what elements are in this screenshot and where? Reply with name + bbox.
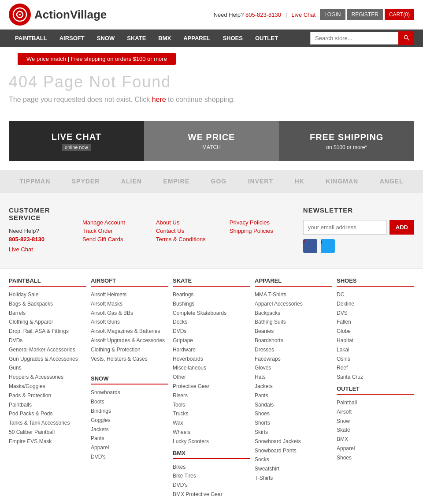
cat-link[interactable]: Boots <box>91 398 168 406</box>
cat-link[interactable]: Apparel <box>91 444 168 452</box>
cat-link[interactable]: Boardshorts <box>255 337 332 344</box>
cat-link[interactable]: Other <box>173 373 250 381</box>
cat-link[interactable]: Empire EVS Mask <box>9 438 86 445</box>
cat-link[interactable]: Dekline <box>337 300 414 308</box>
cat-link[interactable]: Airsoft Guns <box>91 318 168 326</box>
cat-link[interactable]: Wheels <box>173 429 250 436</box>
cat-link[interactable]: Bushings <box>173 300 250 308</box>
cat-link[interactable]: Pants <box>91 435 168 442</box>
cat-link[interactable]: Snowboards <box>91 389 168 396</box>
cat-link[interactable]: Goggles <box>91 417 168 424</box>
facebook-icon[interactable]: f <box>303 239 317 253</box>
nav-shoes[interactable]: SHOES <box>216 30 249 47</box>
nav-airsoft[interactable]: AIRSOFT <box>53 30 91 47</box>
cat-link[interactable]: Snow <box>337 418 414 425</box>
register-button[interactable]: REGISTER <box>347 9 383 20</box>
cat-link[interactable]: Snowboard Pants <box>255 447 332 455</box>
cat-link[interactable]: Facewraps <box>255 355 332 363</box>
shipping-policies-link[interactable]: Shipping Policies <box>230 228 294 234</box>
newsletter-input[interactable] <box>303 220 387 235</box>
cat-link[interactable]: Habitat <box>337 337 414 344</box>
cat-link[interactable]: BMX Protective Gear <box>173 491 250 498</box>
live-chat-footer[interactable]: Live Chat <box>9 246 74 253</box>
search-input[interactable] <box>310 32 398 45</box>
cat-link[interactable]: Complete Skateboards <box>173 310 250 317</box>
cat-link[interactable]: Bathing Suits <box>255 318 332 326</box>
cat-link[interactable]: Jackets <box>255 383 332 390</box>
cat-link[interactable]: Griptape <box>173 337 250 344</box>
track-order-link[interactable]: Track Order <box>82 228 147 234</box>
cat-link[interactable]: Bike Tires <box>173 472 250 480</box>
cat-link[interactable]: Hoverboards <box>173 355 250 363</box>
cat-link[interactable]: Socks <box>255 456 332 463</box>
cat-link[interactable]: Jackets <box>91 426 168 433</box>
continue-link[interactable]: here <box>152 96 166 103</box>
cat-link[interactable]: Lucky Scooters <box>173 438 250 445</box>
cat-link[interactable]: Bags & Backpacks <box>9 300 86 308</box>
cat-link[interactable]: Trucks <box>173 410 250 418</box>
about-us-link[interactable]: About Us <box>156 219 221 226</box>
contact-us-link[interactable]: Contact Us <box>156 228 221 234</box>
cat-link[interactable]: DC <box>337 291 414 299</box>
nav-apparel[interactable]: APPAREL <box>177 30 216 47</box>
cat-link[interactable]: Sweatshirt <box>255 465 332 473</box>
cat-link[interactable]: Beanies <box>255 328 332 335</box>
nav-outlet[interactable]: OUTLET <box>249 30 284 47</box>
cat-link[interactable]: 50 Caliber Paintball <box>9 429 86 436</box>
nav-paintball[interactable]: PAINTBALL <box>9 30 53 47</box>
cat-link[interactable]: Shorts <box>255 419 332 427</box>
cat-link[interactable]: Bindings <box>91 407 168 415</box>
cat-link[interactable]: DVD's <box>173 482 250 489</box>
nav-bmx[interactable]: BMX <box>152 30 177 47</box>
search-button[interactable] <box>398 31 414 45</box>
cat-link[interactable]: BMX <box>337 436 414 443</box>
banner-live-chat[interactable]: LIVE CHAT online now <box>9 121 144 161</box>
cat-link[interactable]: Reef <box>337 364 414 372</box>
cat-link[interactable]: Hoppers & Accessories <box>9 373 86 381</box>
cat-link[interactable]: Backpacks <box>255 310 332 317</box>
cat-link[interactable]: Apparel <box>337 445 414 452</box>
cat-link[interactable]: Decks <box>173 318 250 326</box>
cat-link[interactable]: Skate <box>337 426 414 434</box>
cat-link[interactable]: Protective Gear <box>173 383 250 390</box>
cat-link[interactable]: Bikes <box>173 463 250 471</box>
cat-link[interactable]: Apparel Accessories <box>255 300 332 308</box>
cat-link[interactable]: Shoes <box>255 410 332 418</box>
cat-link[interactable]: Masks/Goggles <box>9 383 86 390</box>
cat-link[interactable]: Shoes <box>337 454 414 462</box>
cat-link[interactable]: DVD's <box>91 453 168 461</box>
login-button[interactable]: LOGIN <box>320 9 345 20</box>
footer-phone[interactable]: 805-823-8130 <box>9 236 74 243</box>
manage-account-link[interactable]: Manage Account <box>82 219 147 226</box>
cat-link[interactable]: Barrels <box>9 310 86 317</box>
cat-link[interactable]: Miscellaneous <box>173 364 250 372</box>
cat-link[interactable]: Holiday Sale <box>9 291 86 299</box>
cat-link[interactable]: Lakai <box>337 346 414 354</box>
cat-link[interactable]: Guns <box>9 364 86 372</box>
cat-link[interactable]: Sandals <box>255 401 332 409</box>
logo-icon[interactable] <box>9 4 31 26</box>
twitter-icon[interactable]: t <box>321 239 335 253</box>
cat-link[interactable]: Gun Upgrades & Accessories <box>9 355 86 363</box>
cat-link[interactable]: Skirts <box>255 429 332 436</box>
phone-link[interactable]: 805-823-8130 <box>245 11 281 18</box>
cat-link[interactable]: DVS <box>337 310 414 317</box>
live-chat-header-link[interactable]: Live Chat <box>291 11 315 18</box>
cat-link[interactable]: Risers <box>173 392 250 399</box>
cat-link[interactable]: Drop, Rail, ASA & Fittings <box>9 328 86 335</box>
cat-link[interactable]: Snowboard Jackets <box>255 438 332 445</box>
cat-link[interactable]: Airsoft Upgrades & Accessories <box>91 337 168 344</box>
privacy-policies-link[interactable]: Privacy Policies <box>230 219 294 226</box>
nav-snow[interactable]: SNOW <box>91 30 121 47</box>
cat-link[interactable]: Airsoft Magazines & Batteries <box>91 328 168 335</box>
cat-link[interactable]: Wax <box>173 419 250 427</box>
banner-free-shipping[interactable]: FREE SHIPPING on $100 or more* <box>279 121 414 161</box>
cat-link[interactable]: Osiris <box>337 355 414 363</box>
cat-link[interactable]: Globe <box>337 328 414 335</box>
cat-link[interactable]: General Marker Accessories <box>9 346 86 354</box>
cat-link[interactable]: Fallen <box>337 318 414 326</box>
cat-link[interactable]: Airsoft Masks <box>91 300 168 308</box>
terms-conditions-link[interactable]: Terms & Conditions <box>156 236 221 243</box>
cat-link[interactable]: Santa Cruz <box>337 373 414 381</box>
cat-link[interactable]: Clothing & Apparel <box>9 318 86 326</box>
